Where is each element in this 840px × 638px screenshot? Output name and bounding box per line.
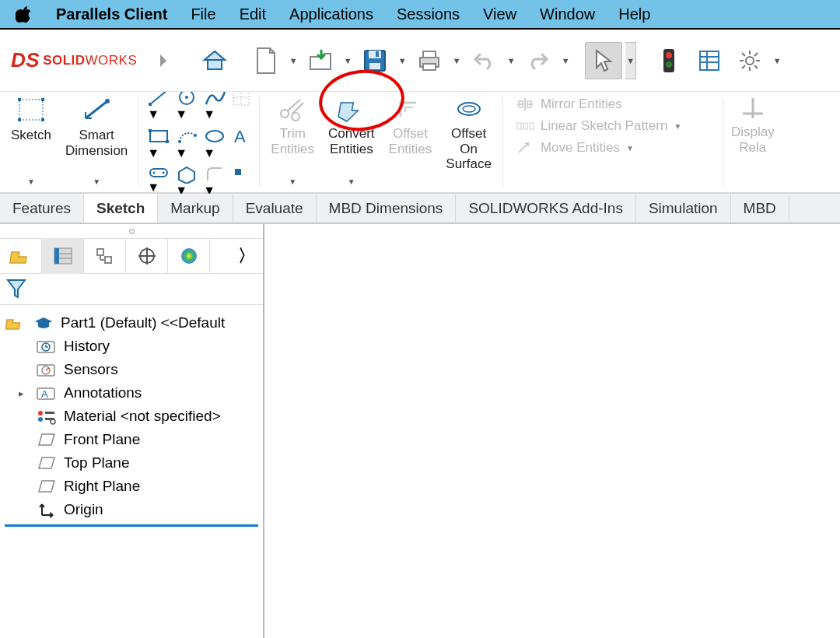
panel-drag-handle[interactable] — [0, 224, 263, 238]
new-document-button[interactable] — [247, 42, 285, 79]
tab-features[interactable]: Features — [0, 194, 84, 223]
tab-addins[interactable]: SOLIDWORKS Add-Ins — [456, 194, 636, 223]
print-button[interactable] — [411, 42, 448, 79]
svg-text:A: A — [41, 388, 48, 400]
tab-sketch[interactable]: Sketch — [84, 194, 158, 223]
expand-caret-icon[interactable]: ▸ — [19, 387, 30, 399]
part-icon — [5, 314, 26, 332]
ellipse-tool[interactable]: ▼ — [203, 126, 226, 160]
tree-item-history[interactable]: History — [5, 335, 258, 358]
smart-dimension-button[interactable]: Smart Dimension ▼ — [59, 93, 134, 191]
open-document-dropdown[interactable]: ▼ — [342, 56, 353, 65]
solidworks-logo: DS SOLIDWORKS — [11, 48, 137, 72]
select-dropdown[interactable]: ▼ — [625, 42, 636, 79]
display-relations-button[interactable]: Display Rela — [728, 93, 781, 191]
apple-menu-icon[interactable] — [16, 5, 33, 23]
sketch-button[interactable]: Sketch ▼ — [5, 93, 58, 191]
new-document-dropdown[interactable]: ▼ — [288, 56, 299, 65]
svg-point-50 — [281, 110, 289, 117]
point-tool[interactable] — [231, 165, 245, 198]
linear-pattern-button[interactable]: Linear Sketch Pattern▼ — [516, 118, 681, 134]
graphics-viewport[interactable] — [264, 224, 840, 638]
print-dropdown[interactable]: ▼ — [451, 56, 462, 65]
flyout-expand-icon[interactable] — [145, 42, 182, 79]
settings-gear-button[interactable] — [731, 42, 768, 79]
circle-tool[interactable]: ▼ — [175, 87, 198, 121]
tree-item-material[interactable]: Material <not specified> — [5, 405, 258, 428]
save-dropdown[interactable]: ▼ — [397, 56, 408, 65]
rectangle-tool[interactable]: ▼ — [147, 126, 170, 160]
fillet-tool[interactable]: ▼ — [203, 165, 226, 198]
mirror-entities-button[interactable]: Mirror Entities — [516, 96, 622, 112]
filter-funnel-icon[interactable] — [5, 277, 28, 300]
feature-manager-tab-icon[interactable] — [0, 238, 42, 274]
dimxpert-tab-icon[interactable] — [126, 238, 168, 274]
move-entities-button[interactable]: Move Entities▼ — [516, 140, 634, 156]
svg-rect-25 — [18, 98, 21, 101]
tree-root-label: Part1 (Default) <<Default — [61, 314, 225, 331]
tree-item-top-plane[interactable]: Top Plane — [5, 451, 258, 475]
property-manager-tab-icon[interactable] — [42, 238, 84, 274]
svg-point-47 — [163, 171, 165, 174]
svg-rect-24 — [19, 100, 43, 120]
svg-rect-3 — [369, 63, 380, 69]
svg-point-42 — [194, 134, 197, 137]
menubar-help[interactable]: Help — [618, 5, 650, 23]
tree-item-annotations[interactable]: ▸ A Annotations — [5, 381, 258, 405]
panel-tabs-more-icon[interactable]: 〉 — [230, 244, 263, 268]
svg-point-81 — [38, 417, 43, 422]
tree-item-origin[interactable]: Origin — [5, 498, 258, 521]
plane-grid-tool[interactable] — [231, 87, 251, 121]
home-button[interactable] — [196, 42, 233, 79]
tree-root-part[interactable]: Part1 (Default) <<Default — [5, 311, 258, 335]
offset-on-surface-button[interactable]: Offset On Surface — [439, 93, 498, 191]
undo-button[interactable] — [465, 42, 502, 79]
tab-evaluate[interactable]: Evaluate — [233, 194, 317, 223]
svg-rect-82 — [45, 412, 54, 414]
tree-item-right-plane[interactable]: Right Plane — [5, 475, 258, 498]
svg-rect-56 — [517, 123, 521, 129]
redo-dropdown[interactable]: ▼ — [560, 56, 571, 65]
settings-dropdown[interactable]: ▼ — [772, 56, 782, 65]
traffic-light-icon[interactable] — [650, 42, 688, 79]
save-button[interactable] — [356, 42, 394, 79]
text-tool[interactable]: A — [231, 126, 251, 160]
tree-filter-bar[interactable] — [0, 274, 263, 305]
tab-mbd[interactable]: MBD — [731, 194, 789, 223]
configuration-manager-tab-icon[interactable] — [84, 238, 126, 274]
menubar-edit[interactable]: Edit — [240, 5, 266, 23]
tab-simulation[interactable]: Simulation — [636, 194, 731, 223]
tree-item-front-plane[interactable]: Front Plane — [5, 428, 258, 451]
open-document-button[interactable] — [302, 42, 339, 79]
origin-icon — [36, 500, 58, 519]
offset-entities-button[interactable]: Offset Entities — [383, 93, 439, 191]
menubar-view[interactable]: View — [483, 5, 516, 23]
arc-tool[interactable]: ▼ — [175, 126, 198, 160]
svg-rect-0 — [208, 60, 222, 69]
menubar-window[interactable]: Window — [540, 5, 595, 23]
select-button[interactable] — [585, 42, 622, 79]
pattern-tools-group: Mirror Entities Linear Sketch Pattern▼ M… — [508, 93, 718, 191]
undo-dropdown[interactable]: ▼ — [506, 56, 516, 65]
rebuild-options-button[interactable] — [691, 42, 728, 79]
svg-rect-40 — [166, 140, 169, 143]
spline-tool[interactable]: ▼ — [203, 87, 226, 121]
polygon-tool[interactable]: ▼ — [175, 165, 198, 198]
svg-rect-58 — [530, 123, 534, 129]
tab-mbd-dimensions[interactable]: MBD Dimensions — [317, 194, 457, 223]
redo-button[interactable] — [520, 42, 557, 79]
tree-item-sensors[interactable]: Sensors — [5, 358, 258, 381]
tab-markup[interactable]: Markup — [158, 194, 233, 223]
convert-entities-button[interactable]: Convert Entities ▼ — [322, 93, 381, 191]
trim-entities-button[interactable]: Trim Entities ▼ — [264, 93, 320, 191]
menubar-app-name[interactable]: Parallels Client — [56, 5, 167, 23]
line-tool[interactable]: ▼ — [147, 87, 170, 121]
appearances-tab-icon[interactable] — [168, 238, 210, 274]
slot-tool[interactable]: ▼ — [147, 165, 170, 198]
plane-icon — [36, 454, 58, 472]
menubar-sessions[interactable]: Sessions — [397, 5, 460, 23]
svg-point-80 — [38, 411, 43, 415]
menubar-file[interactable]: File — [191, 5, 215, 23]
feature-tree[interactable]: Part1 (Default) <<Default History Sensor… — [0, 305, 263, 638]
menubar-applications[interactable]: Applications — [289, 5, 373, 23]
